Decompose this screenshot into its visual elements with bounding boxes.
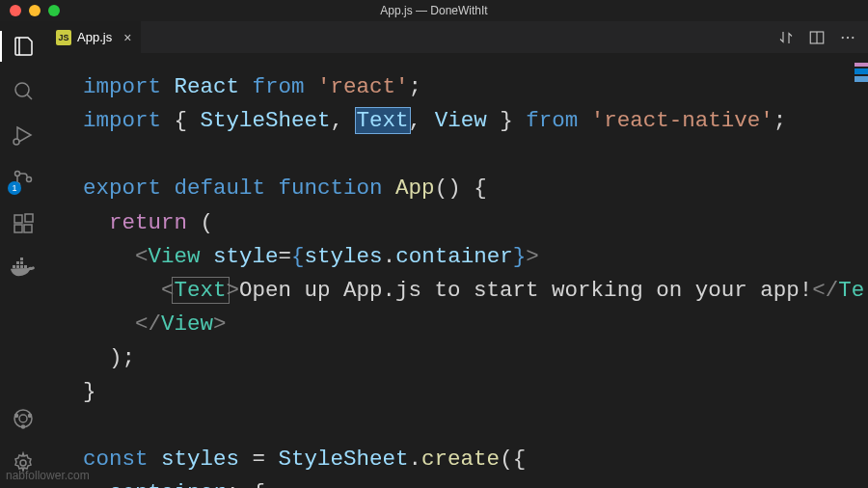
svg-point-4: [15, 172, 20, 176]
overview-ruler[interactable]: [854, 55, 868, 488]
title-bar: App.js — DoneWithIt: [0, 0, 868, 21]
svg-point-18: [19, 415, 27, 422]
remote-explorer-icon[interactable]: [10, 405, 37, 432]
compare-changes-icon[interactable]: [777, 29, 795, 46]
split-editor-icon[interactable]: [808, 29, 826, 46]
close-window-button[interactable]: [10, 5, 21, 16]
svg-rect-10: [25, 214, 33, 222]
svg-rect-14: [24, 265, 27, 268]
js-file-icon: JS: [56, 30, 71, 45]
tab-close-icon[interactable]: ×: [123, 30, 131, 45]
svg-rect-7: [14, 215, 22, 223]
minimize-window-button[interactable]: [29, 5, 41, 16]
editor-area: JS App.js × import React from 'react'; i…: [46, 21, 868, 488]
svg-rect-9: [24, 225, 32, 232]
main-layout: 1 JS App.js ×: [0, 21, 868, 488]
svg-point-26: [842, 36, 844, 38]
code-editor[interactable]: import React from 'react'; import { Styl…: [46, 53, 868, 488]
maximize-window-button[interactable]: [48, 5, 60, 16]
explorer-icon[interactable]: [10, 33, 37, 60]
source-control-badge: 1: [8, 181, 21, 195]
more-actions-icon[interactable]: [839, 29, 856, 46]
svg-rect-17: [20, 258, 23, 260]
tab-app-js[interactable]: JS App.js ×: [46, 21, 141, 53]
svg-rect-12: [16, 265, 19, 268]
tab-bar: JS App.js ×: [46, 21, 868, 53]
svg-rect-11: [13, 265, 15, 268]
svg-rect-13: [20, 265, 23, 268]
svg-point-22: [22, 425, 25, 428]
search-icon[interactable]: [10, 77, 37, 104]
editor-actions: [777, 21, 868, 53]
svg-point-6: [27, 177, 32, 182]
svg-point-23: [20, 460, 26, 466]
svg-point-21: [29, 415, 32, 418]
svg-line-1: [27, 95, 32, 99]
svg-point-3: [14, 139, 19, 145]
source-control-icon[interactable]: 1: [10, 166, 37, 193]
svg-rect-16: [20, 261, 23, 264]
svg-point-0: [15, 83, 29, 96]
window-controls: [0, 5, 60, 16]
run-debug-icon[interactable]: [10, 122, 37, 149]
svg-rect-15: [16, 261, 19, 264]
svg-point-27: [847, 36, 849, 38]
svg-point-28: [852, 36, 854, 38]
extensions-icon[interactable]: [10, 210, 37, 237]
activity-bar: 1: [0, 21, 46, 488]
svg-rect-8: [14, 225, 22, 232]
tab-label: App.js: [77, 30, 112, 44]
window-title: App.js — DoneWithIt: [380, 4, 487, 17]
svg-point-20: [15, 415, 18, 418]
watermark: nabfollower.com: [6, 469, 90, 482]
docker-icon[interactable]: [10, 255, 37, 282]
